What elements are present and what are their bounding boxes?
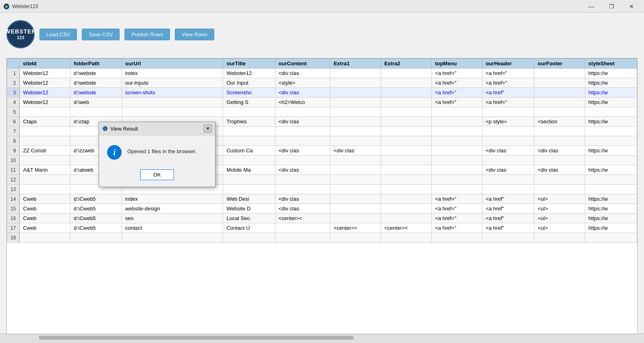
cell-extra2 — [381, 175, 432, 185]
load-csv-button[interactable]: Load CSV — [39, 29, 77, 40]
cell-ourcontent — [275, 156, 330, 165]
cell-stylesheet: https://w — [585, 78, 637, 88]
table-row: 14Cwebd:\Cweb5indexWeb Desi<div clas<a h… — [7, 194, 637, 204]
row-number: 13 — [7, 185, 20, 194]
dialog-close-button[interactable]: ✕ — [204, 125, 212, 133]
view-result-dialog[interactable]: i View Result ✕ i Opened 1 files in the … — [99, 122, 215, 187]
cell-ourfooter — [534, 98, 585, 107]
cell-siteid: Ctaps — [19, 117, 70, 127]
cell-ourheader: <a href" — [482, 223, 534, 233]
cell-ourcontent: <div clas — [275, 165, 330, 175]
cell-ourfooter — [534, 107, 585, 117]
cell-oururl — [122, 107, 223, 117]
cell-siteid: Cweb — [19, 194, 70, 204]
publish-rows-button[interactable]: Publish Rows — [124, 29, 170, 40]
cell-extra1 — [330, 69, 381, 78]
cell-ourfooter: <div clas — [534, 165, 585, 175]
cell-ourcontent — [275, 185, 330, 194]
cell-extra1 — [330, 165, 381, 175]
cell-extra1 — [330, 117, 381, 127]
cell-ourcontent: <div clas — [275, 146, 330, 156]
cell-siteid — [19, 127, 70, 136]
cell-extra1 — [330, 204, 381, 214]
cell-ourcontent: <div clas — [275, 204, 330, 214]
scroll-track[interactable] — [7, 336, 637, 340]
cell-stylesheet: https://w — [585, 117, 637, 127]
table-row: 16Cwebd:\Cweb5seoLocal Seo<center><<a hr… — [7, 214, 637, 223]
col-header-ourcontent: ourContent — [275, 59, 330, 69]
cell-extra2 — [381, 69, 432, 78]
cell-extra1: <center>< — [330, 223, 381, 233]
cell-extra1: <div clas — [330, 146, 381, 156]
data-table-container[interactable]: siteId folderPath ourUrl ourTitle ourCon… — [6, 58, 638, 334]
maximize-button[interactable]: ❐ — [602, 0, 621, 13]
cell-stylesheet: https://w — [585, 194, 637, 204]
row-number: 5 — [7, 107, 20, 117]
cell-extra1 — [330, 194, 381, 204]
cell-topmenu: <a href=" — [432, 204, 482, 214]
row-number: 18 — [7, 233, 20, 243]
cell-siteid: Webster12 — [19, 98, 70, 107]
row-number: 14 — [7, 194, 20, 204]
cell-stylesheet: https://w — [585, 98, 637, 107]
row-number: 6 — [7, 117, 20, 127]
col-header-extra2: Extra2 — [381, 59, 432, 69]
cell-siteid: ZZ Constr — [19, 146, 70, 156]
cell-ourheader: <a href" — [482, 204, 534, 214]
cell-stylesheet: https://w — [585, 88, 637, 98]
cell-extra2 — [381, 146, 432, 156]
cell-topmenu: <a href=" — [432, 88, 482, 98]
cell-extra2 — [381, 233, 432, 243]
cell-topmenu — [432, 156, 482, 165]
cell-extra2 — [381, 88, 432, 98]
cell-extra2 — [381, 127, 432, 136]
cell-ourtitle: Screensho — [223, 88, 275, 98]
col-header-rownum — [7, 59, 20, 69]
cell-ourfooter — [534, 69, 585, 78]
cell-topmenu: <a href=" — [432, 69, 482, 78]
cell-topmenu — [432, 107, 482, 117]
table-header-row: siteId folderPath ourUrl ourTitle ourCon… — [7, 59, 637, 69]
cell-extra1 — [330, 175, 381, 185]
cell-ourtitle: Contact U — [223, 223, 275, 233]
cell-stylesheet: https://w — [585, 146, 637, 156]
cell-siteid: Webster12 — [19, 69, 70, 78]
cell-topmenu: <a href=" — [432, 98, 482, 107]
cell-ourcontent: <center>< — [275, 214, 330, 223]
cell-ourtitle — [223, 185, 275, 194]
minimize-button[interactable]: — — [582, 0, 601, 13]
app-icon: W — [3, 3, 10, 10]
cell-extra1 — [330, 98, 381, 107]
save-csv-button[interactable]: Save CSV — [82, 29, 120, 40]
cell-extra2 — [381, 107, 432, 117]
cell-extra1 — [330, 185, 381, 194]
cell-oururl: website-design — [122, 204, 223, 214]
ok-button[interactable]: OK — [140, 169, 174, 180]
cell-topmenu: <a href=" — [432, 223, 482, 233]
cell-extra2 — [381, 185, 432, 194]
cell-ourtitle: Getting S — [223, 98, 275, 107]
cell-oururl: index — [122, 69, 223, 78]
row-number: 12 — [7, 175, 20, 185]
row-number: 7 — [7, 127, 20, 136]
cell-extra2 — [381, 194, 432, 204]
cell-ourcontent: <div clas — [275, 194, 330, 204]
cell-ourheader — [482, 185, 534, 194]
cell-ourcontent: <h2>Welco — [275, 98, 330, 107]
cell-ourfooter — [534, 88, 585, 98]
close-button[interactable]: ✕ — [622, 0, 641, 13]
cell-topmenu — [432, 127, 482, 136]
cell-ourtitle: Custom Ca — [223, 146, 275, 156]
cell-extra1 — [330, 214, 381, 223]
table-row: 3Webster12d:\webstescreen-shotsScreensho… — [7, 88, 637, 98]
view-rows-button[interactable]: View Rows — [175, 29, 214, 40]
cell-folderpath — [70, 233, 122, 243]
cell-extra1 — [330, 88, 381, 98]
cell-ourtitle — [223, 175, 275, 185]
cell-stylesheet — [585, 175, 637, 185]
cell-folderpath — [70, 107, 122, 117]
scroll-thumb[interactable] — [39, 336, 354, 340]
cell-siteid: Cweb — [19, 204, 70, 214]
cell-extra2 — [381, 165, 432, 175]
cell-folderpath: d:\Cweb5 — [70, 204, 122, 214]
